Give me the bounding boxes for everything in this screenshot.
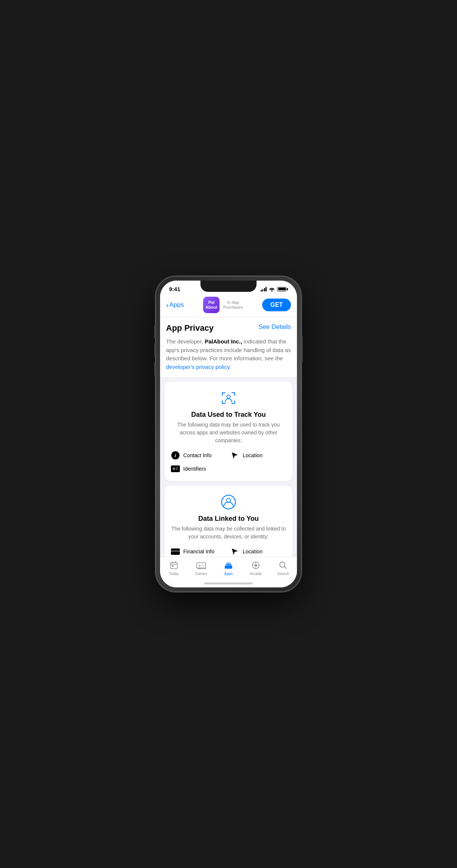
svg-point-0 xyxy=(227,395,230,398)
tracking-card-header: Data Used to Track You The following dat… xyxy=(171,389,286,444)
svg-point-26 xyxy=(255,565,257,566)
linked-location-label: Location xyxy=(243,548,263,554)
signal-icon xyxy=(261,287,267,291)
svg-rect-23 xyxy=(226,562,231,565)
arcade-icon xyxy=(251,560,261,571)
tab-arcade[interactable]: Arcade xyxy=(242,560,270,576)
chevron-left-icon: ‹ xyxy=(166,301,169,309)
phone-screen: 9:41 ‹ Apps xyxy=(160,281,297,587)
tracking-identifiers: Identifiers xyxy=(171,464,227,474)
tracking-card: Data Used to Track You The following dat… xyxy=(165,382,292,481)
svg-rect-16 xyxy=(175,562,176,563)
linked-card-header: Data Linked to You The following data ma… xyxy=(171,493,286,541)
svg-rect-4 xyxy=(176,469,178,470)
svg-rect-3 xyxy=(176,468,178,468)
svg-rect-8 xyxy=(171,550,180,552)
see-details-link[interactable]: See Details xyxy=(258,323,291,331)
app-info: PalAbout In-App Purchases xyxy=(203,297,243,313)
phone-frame: 9:41 ‹ Apps xyxy=(156,276,301,592)
financial-info-label: Financial Info xyxy=(183,548,214,554)
today-icon xyxy=(169,560,179,571)
tracking-description: The following data may be used to track … xyxy=(171,421,286,444)
apps-stack-icon xyxy=(223,560,234,571)
app-icon: PalAbout xyxy=(203,297,220,313)
tracking-location: Location xyxy=(230,450,286,460)
back-label: Apps xyxy=(169,301,184,309)
notch xyxy=(200,281,257,292)
linked-financial-info: Financial Info xyxy=(171,547,227,556)
tab-games-label: Games xyxy=(195,572,207,576)
app-meta: In-App Purchases xyxy=(223,300,243,310)
status-time: 9:41 xyxy=(169,286,180,292)
contact-info-label: Contact Info xyxy=(183,452,212,458)
app-name: PalAbout xyxy=(205,300,217,310)
linked-person-icon xyxy=(220,493,237,511)
svg-rect-17 xyxy=(172,565,174,567)
developer-name: PalAbout Inc., xyxy=(205,338,242,345)
tracking-contact-info: i Contact Info xyxy=(171,450,227,460)
id-card-icon xyxy=(171,464,180,474)
tab-games[interactable]: Games xyxy=(187,560,215,576)
privacy-header: App Privacy See Details xyxy=(160,317,297,337)
get-button[interactable]: GET xyxy=(262,299,291,311)
location-arrow-icon-2 xyxy=(230,547,240,556)
purchases-label: Purchases xyxy=(223,305,243,310)
tab-apps[interactable]: Apps xyxy=(215,560,242,576)
games-icon xyxy=(196,560,206,571)
in-app-label: In-App xyxy=(223,300,243,305)
linked-title: Data Linked to You xyxy=(171,515,286,523)
home-indicator xyxy=(204,583,253,584)
linked-description: The following data may be collected and … xyxy=(171,525,286,541)
tab-search-label: Search xyxy=(277,572,289,576)
credit-card-icon xyxy=(171,547,180,556)
tab-search[interactable]: Search xyxy=(270,560,297,576)
privacy-title: App Privacy xyxy=(166,323,214,333)
linked-card: Data Linked to You The following data ma… xyxy=(165,486,292,564)
svg-rect-14 xyxy=(171,562,177,569)
location-arrow-icon xyxy=(230,450,240,460)
cards-container: Data Used to Track You The following dat… xyxy=(160,377,297,564)
privacy-description: The developer, PalAbout Inc., indicated … xyxy=(160,337,297,377)
svg-point-18 xyxy=(202,565,203,565)
tab-today[interactable]: Today xyxy=(160,560,187,576)
status-icons xyxy=(261,287,288,291)
svg-point-19 xyxy=(203,565,204,566)
svg-rect-1 xyxy=(171,465,180,472)
identifiers-label: Identifiers xyxy=(183,466,206,472)
tab-arcade-label: Arcade xyxy=(250,572,262,576)
tab-apps-label: Apps xyxy=(224,572,233,576)
tracking-items: i Contact Info Location xyxy=(171,450,286,474)
location-label: Location xyxy=(243,452,263,458)
wifi-icon xyxy=(269,287,275,291)
svg-rect-15 xyxy=(172,562,173,563)
svg-point-2 xyxy=(173,468,175,470)
search-icon xyxy=(278,560,288,571)
tab-today-label: Today xyxy=(169,572,179,576)
back-button[interactable]: ‹ Apps xyxy=(166,301,184,309)
privacy-policy-link[interactable]: developer's privacy policy xyxy=(166,364,229,370)
battery-icon xyxy=(277,287,288,291)
scan-face-icon xyxy=(220,389,237,407)
scroll-content[interactable]: App Privacy See Details The developer, P… xyxy=(160,317,297,564)
tracking-title: Data Used to Track You xyxy=(171,411,286,419)
linked-location: Location xyxy=(230,547,286,556)
nav-bar: ‹ Apps PalAbout In-App Purchases GET xyxy=(160,294,297,317)
info-circle-icon: i xyxy=(171,450,180,460)
